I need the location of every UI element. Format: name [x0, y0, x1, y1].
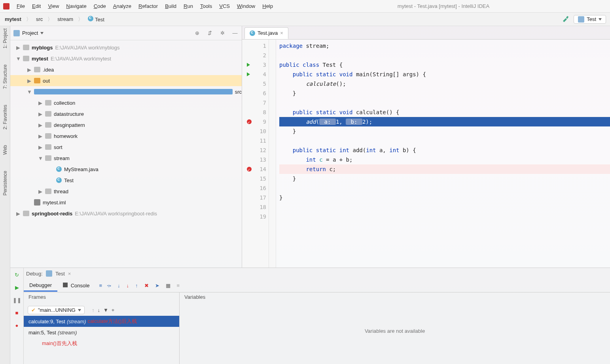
more-icon[interactable]: ≡	[177, 283, 180, 289]
editor-tabs[interactable]: Test.java ×	[242, 26, 610, 40]
minimize-icon[interactable]: —	[231, 30, 239, 37]
java-file-icon	[250, 30, 255, 36]
frames-pane: Frames ✔ "main...UNNING ↑ ↓ ▼ +	[24, 292, 180, 364]
next-frame-icon[interactable]: ↓	[97, 307, 100, 313]
rerun-icon[interactable]: ↻	[13, 270, 21, 279]
debug-panel: ↻ ▶ ❚❚ ■ ● Debug: Test × Debugger	[10, 268, 610, 364]
drop-frame-icon[interactable]: ✖	[144, 283, 149, 289]
debug-config-name: Test	[55, 271, 65, 277]
tree-item[interactable]: ▼mytest E:\JAVA\JAVA work\mytest	[10, 53, 242, 64]
rail-persistence[interactable]: Persistence	[2, 171, 8, 196]
project-tree[interactable]: ▶myblogs E:\JAVA\JAVA work\myblogs▼mytes…	[10, 40, 242, 268]
menu-code[interactable]: Code	[94, 3, 106, 9]
run-config-selector[interactable]: Test	[574, 15, 606, 24]
menubar: FileEditViewNavigateCodeAnalyzeRefactorB…	[0, 0, 610, 13]
tree-item[interactable]: ▶sort	[10, 141, 242, 153]
config-icon	[46, 270, 52, 277]
add-icon[interactable]: +	[112, 307, 115, 313]
menu-tools[interactable]: Tools	[200, 3, 212, 9]
rail-project[interactable]: 1: Project	[2, 28, 8, 49]
tree-item[interactable]: ▼src	[10, 86, 242, 97]
menu-edit[interactable]: Edit	[32, 3, 41, 9]
close-icon[interactable]: ×	[68, 271, 71, 277]
tree-item[interactable]: ▶collection	[10, 97, 242, 108]
tree-item[interactable]: ▶desginpattern	[10, 119, 242, 130]
pause-icon[interactable]: ❚❚	[13, 296, 21, 304]
debug-controls-rail: ↻ ▶ ❚❚ ■ ●	[10, 268, 24, 364]
menu-items: FileEditViewNavigateCodeAnalyzeRefactorB…	[17, 3, 273, 9]
project-panel: Project ⊕ ⇵ ✲ — ▶myblogs E:\JAVA\JAVA wo…	[10, 26, 242, 268]
gear-icon[interactable]: ✲	[219, 30, 226, 37]
chevron-down-icon	[78, 309, 81, 311]
rail-structure[interactable]: 7: Structure	[2, 64, 8, 89]
crumb-stream[interactable]: stream	[54, 15, 76, 24]
project-icon	[13, 30, 20, 36]
evaluate-icon[interactable]: ▦	[166, 283, 170, 289]
annotation: main()首先入栈	[24, 338, 179, 349]
tree-item[interactable]: Test	[10, 175, 242, 186]
variables-pane: Variables Variables are not available	[180, 292, 610, 364]
nav-toolbar: mytest〉src〉stream〉Test Test	[0, 13, 610, 26]
editor-pane: Test.java × 1234567891011121314151617181…	[242, 26, 610, 268]
menu-navigate[interactable]: Navigate	[66, 3, 86, 9]
menu-view[interactable]: View	[48, 3, 59, 9]
frame-row[interactable]: main:5, Test (stream)	[24, 327, 179, 338]
editor-tab-label: Test.java	[258, 30, 278, 36]
tree-item[interactable]: ▶thread	[10, 186, 242, 197]
rail-favorites[interactable]: 2: Favorites	[2, 105, 8, 130]
variables-empty-msg: Variables are not available	[180, 328, 610, 334]
tree-item[interactable]: MyStream.java	[10, 164, 242, 175]
tab-debugger[interactable]: Debugger	[24, 280, 57, 292]
code-editor[interactable]: 12345678910111213141516171819 package st…	[242, 40, 610, 268]
chevron-down-icon[interactable]	[40, 32, 44, 34]
tree-item[interactable]: ▶homework	[10, 130, 242, 141]
menu-vcs[interactable]: VCS	[219, 3, 230, 9]
settings-down-icon[interactable]: ⇵	[206, 30, 213, 37]
tree-item[interactable]: ▼stream	[10, 153, 242, 164]
console-icon	[63, 283, 68, 287]
debug-tabs[interactable]: Debugger Console ≡ ⤼ ↓ ↓ ↑ ✖ ➤	[24, 279, 610, 292]
breadcrumb[interactable]: mytest〉src〉stream〉Test	[0, 14, 109, 24]
tree-item[interactable]: ▶myblogs E:\JAVA\JAVA work\myblogs	[10, 42, 242, 53]
run-to-cursor-icon[interactable]: ➤	[155, 283, 159, 289]
menu-run[interactable]: Run	[184, 3, 193, 9]
run-config-label: Test	[587, 16, 596, 22]
tab-console[interactable]: Console	[57, 280, 95, 291]
prev-frame-icon[interactable]: ↑	[92, 307, 95, 313]
view-breakpoints-icon[interactable]: ●	[13, 321, 21, 330]
filter-icon[interactable]: ▼	[103, 307, 108, 313]
menu-window[interactable]: Window	[237, 3, 255, 9]
menu-refactor[interactable]: Refactor	[138, 3, 158, 9]
tree-item[interactable]: ▶springboot-redis E:\JAVA\JAVA work\spri…	[10, 208, 242, 219]
menu-analyze[interactable]: Analyze	[113, 3, 131, 9]
build-icon[interactable]	[562, 15, 570, 23]
resume-icon[interactable]: ▶	[13, 283, 21, 292]
menu-help[interactable]: Help	[262, 3, 273, 9]
svg-rect-0	[566, 16, 568, 19]
check-icon: ✔	[31, 307, 36, 313]
step-into-icon[interactable]: ↓	[117, 283, 120, 289]
crumb-Test[interactable]: Test	[85, 14, 108, 24]
thread-selector[interactable]: ✔ "main...UNNING	[28, 306, 85, 314]
stop-icon[interactable]: ■	[13, 308, 21, 317]
debug-label: Debug:	[26, 271, 43, 277]
close-icon[interactable]: ×	[280, 30, 283, 36]
window-title: mytest - Test.java [mytest] - IntelliJ I…	[280, 3, 607, 9]
tree-item[interactable]: ▶out	[10, 75, 242, 86]
rail-web[interactable]: Web	[2, 145, 8, 155]
menu-file[interactable]: File	[17, 3, 25, 9]
crumb-mytest[interactable]: mytest	[2, 15, 25, 24]
frame-row[interactable]: calculate:9, Test (stream) calculate方法()…	[24, 316, 179, 327]
tree-item[interactable]: ▶datastructure	[10, 108, 242, 119]
stepping-toolbar: ⤼ ↓ ↓ ↑ ✖ ➤ ▦ ≡	[107, 283, 180, 289]
step-over-icon[interactable]: ⤼	[107, 283, 111, 289]
editor-tab[interactable]: Test.java ×	[244, 27, 288, 39]
force-step-into-icon[interactable]: ↓	[127, 283, 129, 289]
menu-build[interactable]: Build	[165, 3, 176, 9]
config-icon	[578, 16, 584, 23]
step-out-icon[interactable]: ↑	[135, 283, 138, 289]
tree-item[interactable]: ▶.idea	[10, 64, 242, 75]
tree-item[interactable]: mytest.iml	[10, 197, 242, 208]
target-icon[interactable]: ⊕	[193, 30, 201, 37]
crumb-src[interactable]: src	[33, 15, 46, 24]
